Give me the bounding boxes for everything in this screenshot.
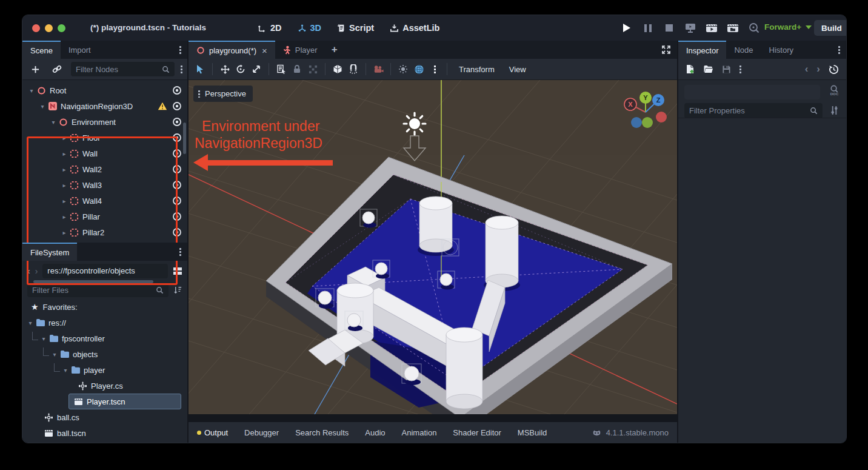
resource-menu-icon[interactable] (739, 65, 741, 74)
object-history-button[interactable] (829, 64, 839, 75)
visibility-eye-icon[interactable] (172, 86, 182, 95)
preview-camera-button[interactable] (370, 61, 386, 77)
instance-scene-button[interactable] (49, 61, 65, 77)
mode-script-button[interactable]: Script (337, 23, 374, 33)
history-back-button[interactable]: ‹ (805, 63, 809, 75)
filter-nodes-input[interactable]: Filter Nodes (71, 62, 175, 76)
lock-button[interactable] (289, 61, 305, 77)
move-tool-button[interactable] (217, 61, 233, 77)
bottom-tab-animation[interactable]: Animation (402, 428, 437, 437)
bottom-tab-search-results[interactable]: Search Results (295, 428, 349, 437)
transform-menu[interactable]: Transform (452, 65, 502, 74)
tab-inspector[interactable]: Inspector (678, 41, 726, 59)
visibility-eye-icon[interactable] (172, 149, 182, 158)
filesystem-path[interactable]: res://fpscontroller/objects (42, 264, 168, 278)
tree-row-navigationregion3d[interactable]: ▾ NavigationRegion3D (22, 98, 187, 114)
bottom-tab-shader-editor[interactable]: Shader Editor (453, 428, 501, 437)
stop-button[interactable] (663, 21, 676, 35)
minimize-window-button[interactable] (45, 24, 53, 32)
new-scene-tab-button[interactable]: + (326, 41, 344, 59)
file-row-fpscontroller[interactable]: ▾ fpscontroller (22, 331, 187, 346)
tab-node[interactable]: Node (726, 41, 761, 59)
tree-row-pillar[interactable]: ▸ Pillar (22, 209, 187, 224)
visibility-eye-icon[interactable] (172, 117, 182, 127)
file-row-player-cs[interactable]: Player.cs (22, 378, 187, 394)
select-tool-button[interactable] (192, 61, 208, 77)
list-select-button[interactable] (273, 61, 289, 77)
scale-tool-button[interactable] (249, 61, 264, 77)
tree-row-wall4[interactable]: ▸ Wall4 (22, 193, 187, 209)
tree-row-wall2[interactable]: ▸ Wall2 (22, 161, 187, 177)
expand-icon[interactable]: ▸ (60, 229, 68, 236)
sort-files-icon[interactable] (173, 286, 182, 295)
filter-properties-input[interactable]: Filter Properties (684, 103, 823, 118)
expand-icon[interactable]: ▸ (60, 198, 68, 204)
tab-import[interactable]: Import (61, 41, 99, 59)
save-resource-button[interactable] (722, 65, 731, 74)
collapse-icon[interactable]: ▾ (50, 351, 59, 358)
inspector-menu-button[interactable] (832, 41, 846, 59)
group-button[interactable] (305, 61, 321, 77)
snap-button[interactable] (346, 61, 361, 77)
zoom-window-button[interactable] (58, 24, 65, 32)
property-tools-button[interactable] (826, 106, 843, 115)
filter-files-input[interactable]: Filter Files (27, 283, 169, 297)
tab-scene[interactable]: Scene (22, 41, 61, 59)
bottom-tab-output[interactable]: Output (197, 428, 228, 437)
tab-playground-scene[interactable]: playground(*) × (189, 41, 275, 59)
mode-assetlib-button[interactable]: AssetLib (390, 23, 439, 33)
visibility-eye-icon[interactable] (172, 180, 182, 190)
visibility-eye-icon[interactable] (172, 133, 182, 143)
scene-tree-menu-icon[interactable] (181, 65, 182, 74)
tree-row-environment[interactable]: ▾ Environment (22, 114, 187, 130)
expand-icon[interactable]: ▸ (60, 135, 68, 141)
collapse-icon[interactable]: ▾ (49, 119, 58, 126)
mode-3d-button[interactable]: 3D (298, 23, 322, 33)
local-space-button[interactable] (330, 61, 346, 77)
visibility-eye-icon[interactable] (172, 212, 182, 221)
load-resource-button[interactable] (703, 65, 713, 73)
distraction-free-button[interactable] (655, 41, 677, 59)
tree-row-floor[interactable]: ▸ Floor (22, 130, 187, 146)
tree-row-pillar2[interactable]: ▸ Pillar2 (22, 224, 187, 240)
add-node-button[interactable] (27, 61, 43, 77)
view-options-button[interactable] (427, 61, 442, 77)
play-custom-scene-button[interactable] (726, 21, 739, 35)
tab-player-scene[interactable]: Player (275, 41, 326, 59)
visibility-eye-icon[interactable] (172, 227, 182, 237)
file-row-objects[interactable]: ▾ objects (22, 346, 187, 362)
file-row-ball-cs[interactable]: ball.cs (22, 409, 187, 425)
bottom-tab-audio[interactable]: Audio (365, 428, 385, 437)
history-forward-button[interactable]: › (816, 63, 820, 75)
play-button[interactable] (620, 21, 633, 35)
visibility-eye-icon[interactable] (172, 164, 182, 174)
expand-icon[interactable]: ▸ (60, 213, 68, 220)
collapse-icon[interactable]: ▾ (39, 335, 48, 342)
collapse-icon[interactable]: ▾ (27, 87, 36, 94)
bottom-tab-msbuild[interactable]: MSBuild (518, 428, 547, 437)
file-row-player-folder[interactable]: ▾ player (22, 362, 187, 378)
tree-row-wall[interactable]: ▸ Wall (22, 146, 187, 161)
collapse-icon[interactable]: ▾ (38, 103, 47, 110)
file-row-res[interactable]: ▾ res:// (22, 315, 187, 331)
remote-debug-button[interactable] (684, 21, 697, 35)
movie-maker-button[interactable] (747, 21, 761, 35)
nav-back-button[interactable]: ‹ (27, 266, 30, 276)
environment-toggle-button[interactable] (411, 61, 427, 77)
scene-tree-scrollbar[interactable] (183, 123, 186, 154)
file-row-ball-tscn[interactable]: ball.tscn (22, 425, 187, 441)
collapse-icon[interactable]: ▾ (26, 320, 35, 326)
search-docs-button[interactable]: DOC (826, 85, 843, 96)
filesystem-menu-button[interactable] (173, 243, 187, 261)
build-button[interactable]: Build (814, 20, 847, 36)
collapse-icon[interactable]: ▾ (61, 367, 70, 374)
visibility-eye-icon[interactable] (172, 196, 182, 206)
view-menu[interactable]: View (502, 65, 533, 74)
scene-tree-hscrollbar[interactable] (33, 280, 153, 283)
tab-filesystem[interactable]: FileSystem (22, 243, 77, 261)
renderer-selector[interactable]: Forward+ (764, 22, 812, 32)
rotate-tool-button[interactable] (233, 61, 249, 77)
nav-forward-button[interactable]: › (35, 266, 38, 276)
pause-button[interactable] (641, 21, 655, 35)
close-tab-icon[interactable]: × (262, 45, 267, 56)
